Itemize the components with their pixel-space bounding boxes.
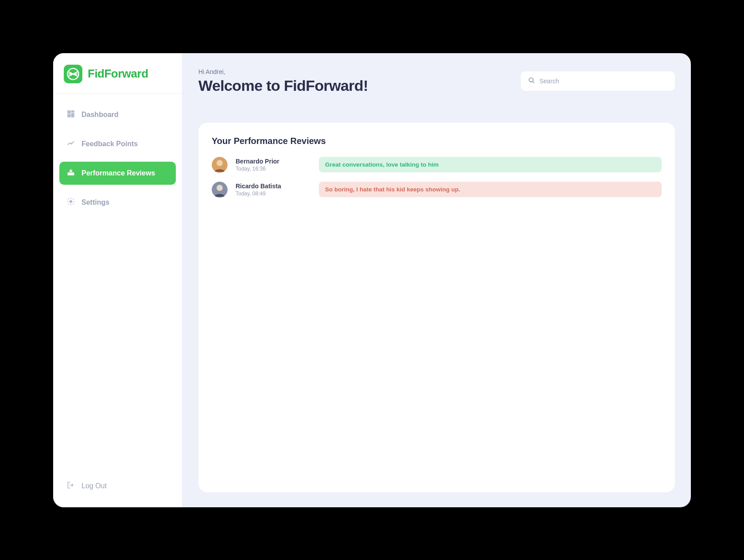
reviewer-name: Bernardo Prior: [236, 158, 311, 165]
svg-point-6: [529, 78, 533, 82]
review-time: Today, 08:49: [236, 191, 311, 197]
review-row: Ricardo Batista Today, 08:49 So boring, …: [212, 182, 662, 198]
sidebar-item-label: Settings: [81, 198, 109, 206]
review-row: Bernardo Prior Today, 16:36 Great conver…: [212, 157, 662, 173]
svg-rect-3: [71, 113, 74, 117]
brand-name: FidForward: [88, 67, 148, 81]
review-note: Great conversations, love talking to him: [319, 157, 662, 172]
sidebar-item-label: Dashboard: [81, 111, 119, 119]
search-icon: [528, 77, 535, 86]
reviews-card: Your Performance Reviews Bernardo Prior …: [198, 123, 675, 492]
sidebar-item-label: Performance Reviews: [81, 169, 155, 177]
main-content: Hi Andrei, Welcome to FidForward! Your P…: [182, 53, 691, 507]
reviewer-name: Ricardo Batista: [236, 183, 311, 190]
sidebar-item-performance-reviews[interactable]: Performance Reviews: [59, 162, 176, 185]
reviews-title: Your Performance Reviews: [212, 136, 662, 146]
trend-icon: [66, 139, 75, 149]
logout-label: Log Out: [81, 482, 107, 490]
sidebar-item-settings[interactable]: Settings: [59, 191, 176, 214]
avatar: [212, 157, 228, 173]
svg-rect-1: [68, 110, 71, 113]
gear-icon: [66, 197, 75, 208]
review-note: So boring, I hate that his kid keeps sho…: [319, 182, 662, 197]
review-person: Ricardo Batista Today, 08:49: [236, 183, 311, 197]
inbox-icon: [66, 168, 75, 179]
dashboard-icon: [66, 109, 75, 120]
svg-point-5: [70, 200, 72, 202]
brand-logo-icon: [64, 65, 82, 83]
sidebar-nav: Dashboard Feedback Points Performance Re…: [53, 93, 182, 214]
svg-rect-2: [71, 110, 74, 112]
sidebar: FidForward Dashboard Feedback Points Per…: [53, 53, 182, 507]
greeting-block: Hi Andrei, Welcome to FidForward!: [198, 68, 368, 94]
sidebar-item-dashboard[interactable]: Dashboard: [59, 103, 176, 126]
page-title: Welcome to FidForward!: [198, 77, 368, 94]
logout-icon: [66, 481, 75, 491]
svg-point-8: [217, 160, 223, 166]
logout-button[interactable]: Log Out: [53, 475, 182, 497]
greeting-text: Hi Andrei,: [198, 68, 368, 75]
svg-point-10: [217, 185, 223, 191]
search-input[interactable]: [539, 78, 668, 85]
svg-rect-4: [68, 114, 71, 117]
app-frame: FidForward Dashboard Feedback Points Per…: [53, 53, 691, 507]
sidebar-item-feedback-points[interactable]: Feedback Points: [59, 132, 176, 156]
search-box[interactable]: [521, 71, 675, 91]
review-time: Today, 16:36: [236, 166, 311, 172]
sidebar-item-label: Feedback Points: [81, 140, 138, 148]
review-person: Bernardo Prior Today, 16:36: [236, 158, 311, 172]
brand: FidForward: [53, 53, 182, 93]
topbar: Hi Andrei, Welcome to FidForward!: [198, 68, 675, 94]
avatar: [212, 182, 228, 198]
